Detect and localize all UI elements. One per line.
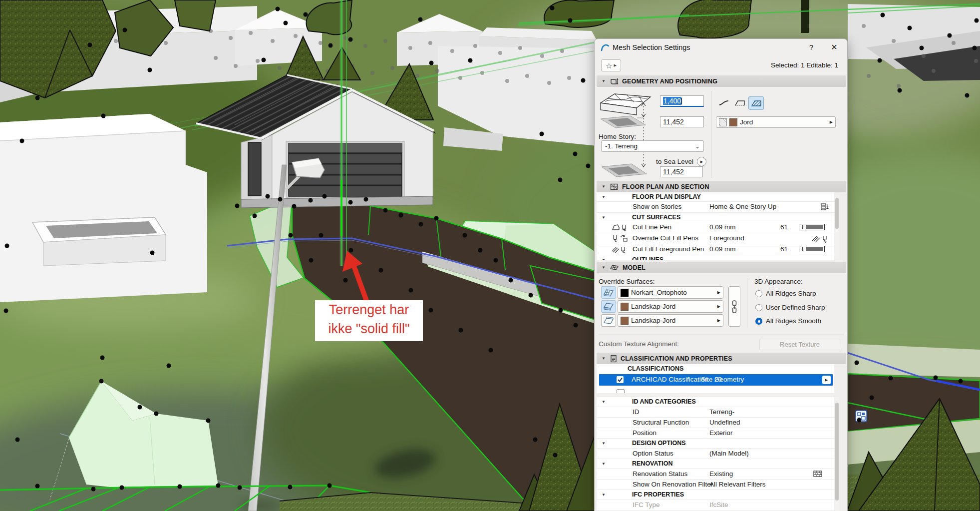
left-building (0, 114, 207, 302)
section-floor-plan-and-section[interactable]: ▼ FLOOR PLAN AND SECTION (597, 181, 846, 192)
top-surface-icon-button[interactable] (601, 286, 616, 299)
mesh-type-skirt-button[interactable] (732, 96, 747, 109)
custom-texture-alignment-label: Custom Texture Alignment: (599, 340, 679, 348)
classification-checkbox[interactable] (617, 376, 624, 383)
surface-swatch (621, 303, 629, 311)
chevron-down-icon: ⌄ (695, 144, 700, 149)
link-surfaces-button[interactable] (728, 286, 740, 327)
renovation-brick-icon (813, 470, 822, 478)
group-design-options[interactable]: ▼ DESIGN OPTIONS (597, 439, 834, 449)
pen-color-swatch (799, 246, 825, 252)
solid-body-icon (751, 99, 762, 107)
collapse-triangle-icon: ▼ (602, 441, 606, 446)
surface-swatch (621, 317, 629, 325)
classification-section-icon (610, 355, 617, 363)
surface-name: Norkart_Ortophoto (631, 289, 687, 296)
collapse-triangle-icon: ▼ (602, 356, 607, 361)
top-surface-selector[interactable]: Norkart_Ortophoto ▶ (618, 286, 723, 299)
classification-selected-row[interactable]: ARCHICAD Classification - 20 Site Geomet… (599, 374, 833, 386)
property-row-renovation-status[interactable]: Renovation Status Existing (597, 469, 834, 480)
annotation-note: Terrenget har ikke "solid fill" (315, 300, 423, 341)
cut-fill-pen-icon (612, 245, 629, 253)
group-renovation[interactable]: ▼ RENOVATION (597, 459, 834, 469)
classification-next-row-partial[interactable] (599, 387, 833, 393)
building-material-selector[interactable]: Jord ▶ (716, 116, 836, 128)
property-row-structural-function[interactable]: Structural Function Undefined (597, 418, 834, 428)
floor-plan-scrollbar[interactable] (835, 194, 839, 259)
sea-level-input[interactable]: 11,452 (660, 166, 703, 177)
collapse-triangle-icon: ▼ (602, 195, 606, 199)
reference-level-input[interactable]: 11,452 (660, 116, 704, 127)
mesh-type-solid-button[interactable] (748, 96, 764, 110)
reference-level-value: 11,452 (663, 118, 684, 126)
mesh-height-value: 1,400 (663, 97, 681, 105)
sea-level-flyout-button[interactable]: ▶ (697, 157, 706, 166)
cut-fill-foreground-pen-row[interactable]: Cut Fill Foreground Pen 0.09 mm 61 (597, 244, 834, 255)
arrow-right-icon: ▶ (717, 318, 720, 323)
help-button[interactable]: ? (806, 42, 816, 52)
arrow-right-icon: ▶ (700, 160, 703, 164)
subsection-cut-surfaces[interactable]: ▼ CUT SURFACES (597, 213, 834, 222)
check-icon (617, 376, 624, 383)
subsection-outlines[interactable]: ▼ OUTLINES (597, 255, 834, 260)
home-story-label: Home Story: (599, 133, 636, 140)
bottom-surface-selector[interactable]: Landskap-Jord ▶ (618, 314, 723, 327)
geometry-section-icon (610, 77, 619, 85)
fill-pen-icons (811, 234, 829, 243)
mesh-edge-surface-icon (603, 302, 614, 311)
material-color-swatch (729, 118, 737, 126)
section-geometry-and-positioning[interactable]: ▼ GEOMETRY AND POSITIONING (597, 75, 846, 87)
section-classification-and-properties[interactable]: ▼ CLASSIFICATION AND PROPERTIES (597, 353, 846, 364)
pen-color-swatch (799, 224, 825, 230)
appearance-label: 3D Appearance: (754, 278, 803, 285)
selection-status: Selected: 1 Editable: 1 (771, 61, 838, 69)
classification-flyout-button[interactable]: ▶ (822, 376, 831, 384)
edge-surface-icon-button[interactable] (601, 300, 616, 313)
property-row-id[interactable]: ID Terreng- (597, 407, 834, 418)
arrow-right-icon: ▶ (825, 378, 828, 382)
collapse-triangle-icon: ▼ (602, 215, 606, 220)
property-row-option-status[interactable]: Option Status (Main Model) (597, 449, 834, 459)
reset-texture-button[interactable]: Reset Texture (759, 339, 840, 350)
surface-name: Landskap-Jord (631, 317, 675, 324)
property-row-position[interactable]: Position Exterior (597, 428, 834, 439)
section-title: CLASSIFICATION AND PROPERTIES (621, 355, 732, 362)
collapse-triangle-icon: ▼ (602, 79, 607, 83)
collapse-triangle-icon: ▼ (602, 462, 606, 466)
section-title: GEOMETRY AND POSITIONING (622, 78, 717, 85)
dialog-titlebar[interactable]: Mesh Selection Settings ? ✕ (595, 39, 847, 55)
section-model[interactable]: ▼ MODEL (597, 262, 846, 273)
favorites-button[interactable]: ☆ ▶ (601, 59, 621, 71)
property-row-renovation-filter[interactable]: Show On Renovation Filter All Relevant F… (597, 480, 834, 490)
bottom-surface-icon-button[interactable] (601, 314, 616, 327)
collapse-triangle-icon: ▼ (602, 258, 606, 260)
group-id-and-categories[interactable]: ▼ ID AND CATEGORIES (597, 397, 834, 407)
show-on-stories-row[interactable]: Show on Stories Home & One Story Up 1 (597, 202, 834, 213)
home-story-dropdown[interactable]: -1. Terreng ⌄ (601, 140, 704, 152)
arrow-right-icon: ▶ (830, 120, 833, 124)
group-ifc-properties[interactable]: ▼ IFC PROPERTIES (597, 490, 834, 500)
classification-value: Site Geometry (701, 376, 744, 383)
radio-label: User Defined Sharp (766, 304, 825, 311)
properties-scrollbar[interactable] (835, 397, 839, 511)
cut-line-pen-row[interactable]: Cut Line Pen 0.09 mm 61 (597, 222, 834, 233)
mesh-type-contour-button[interactable] (716, 96, 731, 109)
subsection-floor-plan-display[interactable]: ▼ FLOOR PLAN DISPLAY (597, 192, 834, 202)
skirt-icon (734, 99, 745, 107)
override-cut-fill-pens-row[interactable]: Override Cut Fill Pens Foreground (597, 233, 834, 244)
collapse-triangle-icon: ▼ (602, 184, 607, 189)
section-title: FLOOR PLAN AND SECTION (622, 183, 709, 190)
close-button[interactable]: ✕ (829, 42, 839, 52)
mesh-top-surface-icon (603, 288, 614, 297)
property-row-ifc-type[interactable]: IFC Type IfcSite (597, 500, 834, 511)
mesh-height-input[interactable]: 1,400 (660, 95, 704, 107)
material-cut-pattern-swatch (719, 118, 727, 126)
properties-table: ▼ ID AND CATEGORIES ID Terreng- Structur… (597, 397, 834, 511)
edge-surface-selector[interactable]: Landskap-Jord ▶ (618, 300, 723, 313)
sea-level-value: 11,452 (663, 168, 684, 176)
material-name: Jord (740, 118, 753, 126)
collapse-triangle-icon: ▼ (602, 400, 606, 404)
radio-user-defined-sharp[interactable] (755, 304, 762, 311)
radio-all-ridges-smooth[interactable] (755, 318, 762, 325)
radio-all-ridges-sharp[interactable] (755, 290, 762, 297)
